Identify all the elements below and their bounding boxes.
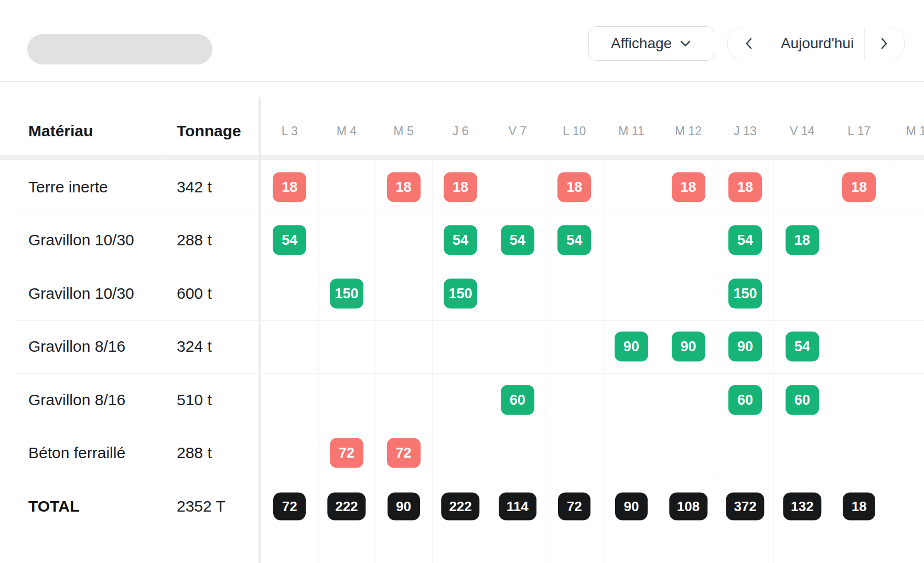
day-column-line bbox=[888, 160, 888, 563]
row-divider-line bbox=[15, 320, 924, 321]
chevron-left-icon bbox=[744, 37, 754, 50]
tonnage-value: 600 t bbox=[177, 285, 255, 302]
tonnage-column-header: Tonnage bbox=[177, 122, 241, 140]
day-header-m-4: M 4 bbox=[337, 124, 357, 138]
day-column-line bbox=[546, 160, 546, 563]
quantity-badge[interactable]: 90 bbox=[728, 332, 762, 362]
quantity-badge[interactable]: 54 bbox=[557, 225, 591, 255]
chevron-down-icon bbox=[679, 39, 692, 48]
quantity-badge[interactable]: 72 bbox=[330, 438, 363, 468]
day-header-m-1: M 1 bbox=[906, 124, 924, 138]
total-badge[interactable]: 222 bbox=[327, 492, 366, 520]
affichage-dropdown-button[interactable]: Affichage bbox=[588, 26, 714, 61]
quantity-badge[interactable]: 150 bbox=[330, 278, 363, 308]
day-column-line bbox=[660, 160, 660, 563]
quantity-badge[interactable]: 54 bbox=[501, 225, 534, 255]
previous-period-button[interactable] bbox=[728, 27, 770, 60]
day-header-l-17: L 17 bbox=[847, 124, 871, 138]
row-divider-line bbox=[15, 427, 924, 427]
toolbar-divider bbox=[0, 81, 924, 82]
total-badge[interactable]: 90 bbox=[615, 492, 648, 520]
tonnage-value: 510 t bbox=[177, 391, 255, 409]
today-button[interactable]: Aujourd'hui bbox=[770, 27, 865, 60]
material-label: Gravillon 8/16 bbox=[28, 391, 159, 409]
row-divider-line bbox=[15, 373, 924, 374]
day-header-m-11: M 11 bbox=[618, 124, 644, 138]
day-header-m-12: M 12 bbox=[675, 124, 702, 138]
day-column-line bbox=[318, 160, 319, 563]
total-badge[interactable]: 132 bbox=[783, 492, 821, 520]
total-badge[interactable]: 90 bbox=[388, 492, 420, 520]
total-tonnage-value: 2352 T bbox=[177, 497, 255, 515]
quantity-badge[interactable]: 60 bbox=[728, 385, 762, 415]
quantity-badge[interactable]: 18 bbox=[842, 172, 876, 202]
quantity-badge[interactable]: 60 bbox=[786, 385, 819, 415]
quantity-badge[interactable]: 18 bbox=[786, 225, 819, 255]
tonnage-value: 324 t bbox=[177, 338, 255, 355]
row-divider-line bbox=[15, 267, 924, 267]
tonnage-value: 288 t bbox=[177, 444, 255, 462]
quantity-badge[interactable]: 18 bbox=[444, 172, 477, 202]
day-header-l-10: L 10 bbox=[563, 124, 586, 138]
quantity-badge[interactable]: 72 bbox=[387, 438, 421, 468]
quantity-badge[interactable]: 150 bbox=[444, 278, 477, 308]
total-label: TOTAL bbox=[28, 497, 159, 515]
material-label: Gravillon 10/30 bbox=[28, 231, 159, 249]
loading-skeleton-pill bbox=[27, 34, 212, 64]
quantity-badge[interactable]: 90 bbox=[672, 332, 705, 362]
day-column-line bbox=[432, 160, 433, 563]
day-header-m-5: M 5 bbox=[393, 124, 413, 138]
chevron-right-icon bbox=[879, 37, 889, 50]
next-period-button[interactable] bbox=[865, 27, 903, 60]
quantity-badge[interactable]: 54 bbox=[786, 332, 819, 362]
material-label: Gravillon 8/16 bbox=[28, 338, 159, 355]
material-column-header: Matériau bbox=[28, 122, 93, 140]
day-header-v-14: V 14 bbox=[790, 124, 814, 138]
quantity-badge[interactable]: 18 bbox=[273, 172, 306, 202]
day-column-line bbox=[773, 160, 774, 563]
quantity-badge[interactable]: 18 bbox=[728, 172, 762, 202]
day-column-line bbox=[831, 160, 831, 563]
day-column-line bbox=[717, 160, 717, 563]
quantity-badge[interactable]: 60 bbox=[501, 385, 534, 415]
row-divider-line bbox=[15, 480, 924, 480]
material-label: Gravillon 10/30 bbox=[28, 285, 159, 302]
day-header-l-3: L 3 bbox=[282, 124, 298, 138]
total-badge[interactable]: 114 bbox=[499, 492, 536, 520]
day-column-line bbox=[603, 160, 604, 563]
day-header-j-13: J 13 bbox=[734, 124, 756, 138]
quantity-badge[interactable]: 54 bbox=[273, 225, 306, 255]
total-badge[interactable]: 72 bbox=[273, 492, 306, 520]
quantity-badge[interactable]: 54 bbox=[728, 225, 762, 255]
day-column-line bbox=[375, 160, 375, 563]
day-column-line bbox=[489, 160, 489, 563]
quantity-badge[interactable]: 54 bbox=[444, 225, 477, 255]
total-badge[interactable]: 18 bbox=[843, 492, 875, 520]
quantity-badge[interactable]: 18 bbox=[387, 172, 421, 202]
quantity-badge[interactable]: 150 bbox=[728, 278, 762, 308]
total-badge[interactable]: 222 bbox=[441, 492, 479, 520]
quantity-badge[interactable]: 18 bbox=[557, 172, 591, 202]
total-badge[interactable]: 72 bbox=[558, 492, 590, 520]
header-separator-band bbox=[0, 155, 924, 160]
material-label: Terre inerte bbox=[28, 178, 159, 196]
day-header-j-6: J 6 bbox=[453, 124, 469, 138]
material-tonnage-divider bbox=[167, 109, 167, 539]
tonnage-value: 288 t bbox=[177, 231, 255, 249]
quantity-badge[interactable]: 90 bbox=[615, 332, 648, 362]
row-divider-line bbox=[15, 214, 924, 214]
affichage-label: Affichage bbox=[611, 35, 672, 52]
tonnage-value: 342 t bbox=[177, 178, 255, 196]
tonnage-days-divider bbox=[259, 97, 261, 563]
material-label: Béton ferraillé bbox=[28, 444, 159, 462]
total-badge[interactable]: 372 bbox=[726, 492, 764, 520]
date-navigation-group: Aujourd'hui bbox=[727, 27, 905, 60]
quantity-badge[interactable]: 18 bbox=[672, 172, 705, 202]
total-badge[interactable]: 108 bbox=[669, 492, 707, 520]
day-header-v-7: V 7 bbox=[508, 124, 527, 138]
